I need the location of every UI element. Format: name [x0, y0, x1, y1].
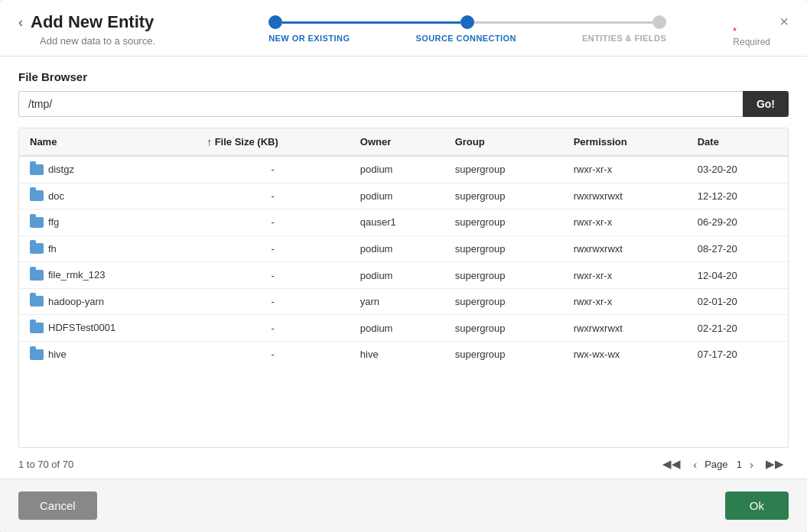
cell-owner: qauser1	[350, 209, 444, 236]
col-name: Name	[19, 128, 197, 156]
cell-group: supergroup	[444, 341, 563, 367]
cell-date: 07-17-20	[687, 341, 788, 367]
cell-size: -	[197, 341, 350, 367]
table-row[interactable]: HDFSTest0001 - podium supergroup rwxrwxr…	[19, 315, 788, 342]
prev-page-button[interactable]: ‹	[688, 456, 701, 472]
cell-group: supergroup	[444, 315, 563, 342]
page-label: Page	[704, 459, 734, 470]
folder-icon	[30, 190, 44, 201]
pagination-bar: 1 to 70 of 70 ◀◀ ‹ Page 1 › ▶▶	[18, 448, 789, 478]
cell-date: 12-04-20	[687, 262, 788, 289]
cell-group: supergroup	[444, 209, 563, 236]
cell-size: -	[197, 156, 350, 183]
cell-owner: podium	[350, 183, 444, 209]
modal-body: File Browser Go! Name ↑ File Size (KB) O…	[0, 57, 807, 478]
cell-permission: rwxr-xr-x	[563, 156, 687, 183]
header-left: ‹ Add New Entity Add new data to a sourc…	[18, 12, 155, 47]
step-label-1[interactable]: NEW OR EXISTING	[268, 34, 350, 43]
table-row[interactable]: hive - hive supergroup rwx-wx-wx 07-17-2…	[19, 341, 788, 367]
cell-size: -	[197, 183, 350, 209]
required-note: * Required	[733, 26, 770, 47]
cell-name: hive	[19, 341, 197, 367]
step-dot-3	[652, 15, 666, 29]
cell-group: supergroup	[444, 262, 563, 289]
file-table-wrapper[interactable]: Name ↑ File Size (KB) Owner Group Permis…	[18, 128, 789, 448]
table-row[interactable]: fh - podium supergroup rwxrwxrwxt 08-27-…	[19, 235, 788, 262]
table-row[interactable]: ffg - qauser1 supergroup rwxr-xr-x 06-29…	[19, 209, 788, 236]
cell-size: -	[197, 209, 350, 236]
cell-owner: hive	[350, 341, 444, 367]
cell-size: -	[197, 315, 350, 342]
cell-name: HDFSTest0001	[19, 315, 197, 342]
cell-name: doc	[19, 183, 197, 209]
step-line-2	[474, 21, 652, 24]
cell-date: 02-01-20	[687, 288, 788, 315]
step-label-2[interactable]: SOURCE CONNECTION	[415, 34, 516, 43]
step-label-3: ENTITIES & FIELDS	[582, 34, 666, 43]
table-row[interactable]: doc - podium supergroup rwxrwxrwxt 12-12…	[19, 183, 788, 209]
current-page: 1	[737, 459, 742, 470]
next-page-button[interactable]: ›	[745, 456, 758, 472]
folder-icon	[30, 323, 44, 333]
go-button[interactable]: Go!	[743, 91, 789, 117]
cell-permission: rwxr-xr-x	[563, 288, 687, 315]
cell-permission: rwxrwxrwxt	[563, 235, 687, 262]
close-button[interactable]: ×	[779, 14, 789, 29]
path-row: Go!	[18, 91, 789, 117]
col-date: Date	[687, 128, 788, 156]
ok-button[interactable]: Ok	[725, 491, 789, 520]
cell-date: 06-29-20	[687, 209, 788, 236]
cell-permission: rwxr-xr-x	[563, 209, 687, 236]
last-page-button[interactable]: ▶▶	[761, 456, 789, 472]
page-range-text: 1 to 70 of 70	[18, 459, 73, 470]
cell-permission: rwxrwxrwxt	[563, 183, 687, 209]
cell-name: file_rmk_123	[19, 262, 197, 289]
folder-icon	[30, 217, 44, 228]
back-arrow-icon[interactable]: ‹	[18, 15, 23, 31]
cell-group: supergroup	[444, 288, 563, 315]
cell-group: supergroup	[444, 235, 563, 262]
file-browser-label: File Browser	[18, 70, 789, 83]
first-page-button[interactable]: ◀◀	[658, 456, 685, 472]
modal-subtitle: Add new data to a source.	[40, 35, 155, 47]
folder-icon	[30, 270, 44, 281]
modal-container: ‹ Add New Entity Add new data to a sourc…	[0, 0, 807, 532]
cell-name: hadoop-yarn	[19, 288, 197, 315]
pagination-controls: ◀◀ ‹ Page 1 › ▶▶	[658, 456, 789, 472]
cell-date: 02-21-20	[687, 315, 788, 342]
table-row[interactable]: hadoop-yarn - yarn supergroup rwxr-xr-x …	[19, 288, 788, 315]
step-dot-1	[268, 15, 282, 29]
cell-date: 03-20-20	[687, 156, 788, 183]
cell-group: supergroup	[444, 156, 563, 183]
step-line-1	[282, 21, 460, 24]
cell-date: 08-27-20	[687, 235, 788, 262]
cell-owner: yarn	[350, 288, 444, 315]
col-size[interactable]: ↑ File Size (KB)	[197, 128, 350, 156]
cell-name: ffg	[19, 209, 197, 236]
col-owner: Owner	[350, 128, 444, 156]
cell-owner: podium	[350, 262, 444, 289]
cell-name: fh	[19, 235, 197, 262]
col-permission: Permission	[563, 128, 687, 156]
path-input[interactable]	[18, 91, 743, 117]
cell-size: -	[197, 262, 350, 289]
table-header-row: Name ↑ File Size (KB) Owner Group Permis…	[19, 128, 788, 156]
modal-footer: Cancel Ok	[0, 478, 807, 532]
sort-asc-icon: ↑	[207, 136, 213, 148]
modal-title: Add New Entity	[31, 12, 154, 32]
file-table: Name ↑ File Size (KB) Owner Group Permis…	[19, 128, 788, 368]
cell-group: supergroup	[444, 183, 563, 209]
cell-owner: podium	[350, 156, 444, 183]
cell-owner: podium	[350, 315, 444, 342]
table-row[interactable]: distgz - podium supergroup rwxr-xr-x 03-…	[19, 156, 788, 183]
cell-permission: rwxrwxrwxt	[563, 315, 687, 342]
cell-date: 12-12-20	[687, 183, 788, 209]
col-group: Group	[444, 128, 563, 156]
cell-permission: rwx-wx-wx	[563, 341, 687, 367]
stepper-area: NEW OR EXISTING SOURCE CONNECTION ENTITI…	[155, 12, 779, 43]
cell-permission: rwxr-xr-x	[563, 262, 687, 289]
cancel-button[interactable]: Cancel	[18, 491, 97, 520]
folder-icon	[30, 243, 44, 254]
table-row[interactable]: file_rmk_123 - podium supergroup rwxr-xr…	[19, 262, 788, 289]
modal-header: ‹ Add New Entity Add new data to a sourc…	[0, 0, 807, 57]
